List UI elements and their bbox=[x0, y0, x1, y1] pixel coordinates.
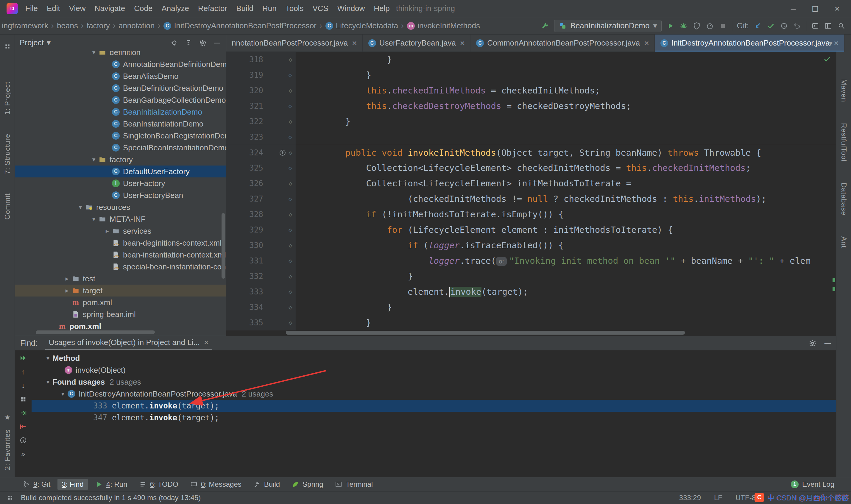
background-tasks-icon[interactable] bbox=[6, 493, 14, 502]
line-number[interactable]: 334 bbox=[226, 300, 271, 315]
close-button[interactable]: × bbox=[834, 4, 840, 14]
tool-stripe-7-structure[interactable]: 7: Structure bbox=[3, 134, 12, 174]
line-number[interactable]: 322 bbox=[226, 114, 271, 129]
tab-nnotationbeanpostprocessor-java[interactable]: nnotationBeanPostProcessor.java× bbox=[226, 35, 363, 52]
chevron-right-icon[interactable]: ▸ bbox=[62, 287, 71, 294]
tool-button-spring[interactable]: Spring bbox=[287, 479, 327, 490]
line-number[interactable]: 320 bbox=[226, 83, 271, 98]
tree-item-defaultuserfactory[interactable]: CDefaultUserFactory bbox=[15, 165, 226, 177]
git-rollback-button[interactable] bbox=[793, 22, 801, 30]
tool-button-3-find[interactable]: 3: Find bbox=[57, 479, 88, 490]
code-text[interactable]: element.invoke(target); bbox=[296, 284, 836, 300]
menu-tools[interactable]: Tools bbox=[281, 2, 308, 15]
chevron-down-icon[interactable]: ▾ bbox=[89, 156, 98, 163]
coverage-button[interactable] bbox=[693, 22, 701, 30]
tree-item-singletonbeanregistrationdemo[interactable]: CSingletonBeanRegistrationDemo bbox=[15, 130, 226, 142]
code-text[interactable]: } bbox=[296, 269, 836, 284]
minimize-button[interactable]: – bbox=[791, 4, 796, 14]
line-number[interactable]: 323 bbox=[226, 129, 271, 145]
breadcrumb-item-lifecyclemetadata[interactable]: CLifecycleMetadata bbox=[324, 20, 400, 31]
find-row[interactable]: ▾Method bbox=[32, 352, 836, 364]
up-icon[interactable]: ↑ bbox=[19, 368, 28, 376]
tree-item-beaninitializationdemo[interactable]: CBeanInitializationDemo bbox=[15, 106, 226, 118]
tree-item-annotationbeandefinitiondemo[interactable]: CAnnotationBeanDefinitionDemo bbox=[15, 58, 226, 70]
console-icon[interactable] bbox=[811, 22, 819, 30]
tool-stripe-restfultool[interactable]: RestfulTool bbox=[840, 123, 848, 162]
breadcrumb-item-beans[interactable]: beans bbox=[56, 20, 79, 31]
menu-vcs[interactable]: VCS bbox=[308, 2, 332, 15]
line-number[interactable]: 331 bbox=[226, 253, 271, 269]
line-number[interactable]: 318 bbox=[226, 52, 271, 67]
code-text[interactable]: if (!initMethodsToIterate.isEmpty()) { bbox=[296, 206, 836, 222]
breadcrumb-item-initdestroyannotationbeanpostprocessor[interactable]: CInitDestroyAnnotationBeanPostProcessor bbox=[162, 20, 318, 31]
caret-position[interactable]: 333:29 bbox=[679, 493, 701, 502]
gear-icon[interactable] bbox=[199, 39, 207, 47]
menu-navigate[interactable]: Navigate bbox=[90, 2, 130, 15]
tree-item-pom-xml[interactable]: mpom.xml bbox=[15, 296, 226, 308]
tree-item-beanaliasdemo[interactable]: CBeanAliasDemo bbox=[15, 70, 226, 82]
tree-item-bean-deginitions-context-xml[interactable]: </>bean-deginitions-context.xml bbox=[15, 237, 226, 249]
tree-item-resources[interactable]: ▾resources bbox=[15, 201, 226, 213]
close-icon[interactable]: × bbox=[352, 38, 357, 48]
chevron-down-icon[interactable]: ▾ bbox=[47, 38, 51, 47]
tree-item-beandefinitioncreationdemo[interactable]: CBeanDefinitionCreationDemo bbox=[15, 82, 226, 94]
run-button[interactable] bbox=[666, 22, 675, 30]
line-number[interactable]: 328 bbox=[226, 206, 271, 222]
close-icon[interactable]: × bbox=[204, 338, 209, 347]
collapse-icon[interactable] bbox=[184, 39, 193, 47]
code-text[interactable]: logger.trace(o:"Invoking init method on … bbox=[296, 253, 836, 269]
navred-icon[interactable] bbox=[19, 422, 28, 431]
tree-item-specialbeaninstantiationdemo[interactable]: CSpecialBeanInstantiationDemo bbox=[15, 142, 226, 154]
info-icon[interactable] bbox=[19, 436, 28, 445]
line-number[interactable]: 332 bbox=[226, 269, 271, 284]
tree-item-bean-instantiation-context-xml[interactable]: </>bean-instantiation-context.xml bbox=[15, 249, 226, 261]
tool-button-terminal[interactable]: Terminal bbox=[330, 479, 377, 490]
tool-button-6-todo[interactable]: 6: TODO bbox=[134, 479, 183, 490]
line-number[interactable]: 329 bbox=[226, 222, 271, 237]
profiler-button[interactable] bbox=[706, 22, 714, 30]
tree-item-test[interactable]: ▸test bbox=[15, 273, 226, 285]
code-text[interactable]: this.checkedInitMethods = checkedInitMet… bbox=[296, 83, 836, 98]
menu-code[interactable]: Code bbox=[129, 2, 157, 15]
code-text[interactable]: (checkedInitMethods != null ? checkedIni… bbox=[296, 191, 836, 206]
error-stripe-mark[interactable] bbox=[833, 278, 835, 282]
stop-button[interactable] bbox=[719, 22, 727, 30]
code-text[interactable]: Collection<LifecycleElement> checkedInit… bbox=[296, 160, 836, 176]
wrench-icon[interactable] bbox=[541, 22, 549, 30]
search-everywhere-icon[interactable] bbox=[837, 22, 846, 30]
rerun-icon[interactable] bbox=[19, 354, 28, 362]
tool-stripe-ant[interactable]: Ant bbox=[840, 236, 848, 248]
menu-analyze[interactable]: Analyze bbox=[157, 2, 194, 15]
line-number[interactable]: 321 bbox=[226, 98, 271, 114]
tool-button-4-run[interactable]: 4: Run bbox=[91, 479, 132, 490]
line-number[interactable]: 333 bbox=[226, 284, 271, 300]
line-ending-indicator[interactable]: LF bbox=[714, 493, 722, 502]
more-icon[interactable]: » bbox=[19, 450, 28, 458]
code-text[interactable]: } bbox=[296, 114, 836, 129]
find-row[interactable]: ▾Found usages2 usages bbox=[32, 376, 836, 388]
down-icon[interactable]: ↓ bbox=[19, 381, 28, 390]
code-text[interactable]: Collection<LifecycleElement> initMethods… bbox=[296, 176, 836, 191]
chevron-right-icon[interactable]: ▸ bbox=[103, 228, 112, 235]
close-icon[interactable]: × bbox=[644, 38, 649, 48]
git-update-button[interactable] bbox=[754, 22, 762, 30]
find-row[interactable]: minvoke(Object) bbox=[32, 364, 836, 376]
git-commit-button[interactable] bbox=[767, 22, 775, 30]
breadcrumb-item-invokeinitmethods[interactable]: minvokeInitMethods bbox=[405, 20, 481, 31]
line-number[interactable]: 319 bbox=[226, 67, 271, 83]
tool-stripe-database[interactable]: Database bbox=[840, 182, 848, 216]
tree-item-special-bean-instantiation-context-xml[interactable]: </>special-bean-instantiation-context.xm… bbox=[15, 261, 226, 273]
tool-stripe-maven[interactable]: Maven bbox=[840, 79, 848, 102]
git-history-button[interactable] bbox=[780, 22, 788, 30]
menu-help[interactable]: Help bbox=[369, 2, 394, 15]
favorites-star-icon[interactable]: ★ bbox=[4, 413, 11, 421]
find-row[interactable]: ▾CInitDestroyAnnotationBeanPostProcessor… bbox=[32, 388, 836, 400]
tree-item-userfactorybean[interactable]: CUserFactoryBean bbox=[15, 189, 226, 201]
gear-icon[interactable] bbox=[809, 339, 817, 347]
tab-commonannotationbeanpostprocessor-java[interactable]: CCommonAnnotationBeanPostProcessor.java× bbox=[470, 35, 654, 52]
chevron-down-icon[interactable]: ▾ bbox=[89, 216, 98, 223]
tool-button-9-git[interactable]: 9: Git bbox=[18, 479, 54, 490]
locate-icon[interactable] bbox=[170, 39, 178, 47]
tool-windows-icon[interactable] bbox=[3, 42, 12, 51]
tree-item-factory[interactable]: ▾factory bbox=[15, 154, 226, 165]
